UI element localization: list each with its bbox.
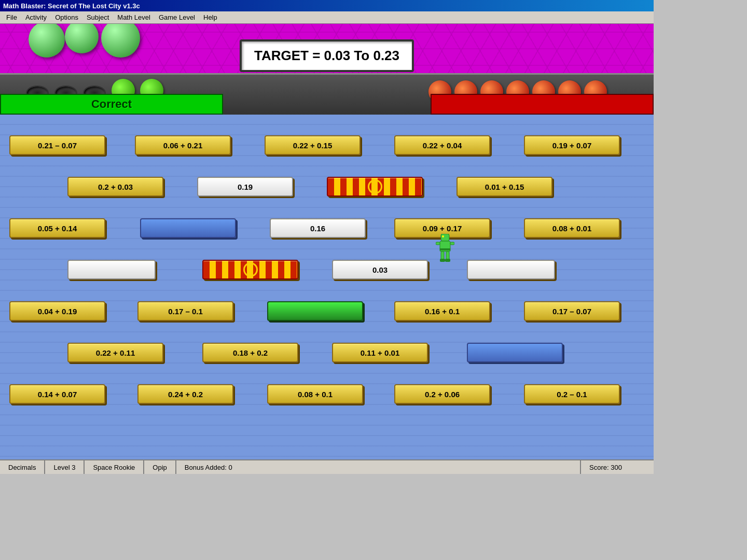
player-character — [436, 234, 454, 265]
menu-bar: File Activity Options Subject Math Level… — [0, 11, 654, 24]
platform-p27[interactable] — [467, 343, 563, 362]
platform-p28[interactable]: 0.14 + 0.07 — [9, 384, 105, 404]
menu-game-level[interactable]: Game Level — [155, 12, 199, 22]
platform-p7[interactable]: 0.19 — [197, 177, 293, 197]
status-bar: Decimals Level 3 Space Rookie Opip Bonus… — [0, 459, 654, 474]
menu-math-level[interactable]: Math Level — [113, 12, 155, 22]
platform-p2[interactable]: 0.06 + 0.21 — [135, 135, 231, 155]
platform-p31[interactable]: 0.2 + 0.06 — [394, 384, 490, 404]
platform-p18[interactable] — [467, 260, 555, 279]
danger-circle-2 — [243, 262, 258, 277]
danger-circle — [368, 179, 382, 194]
platform-p3[interactable]: 0.22 + 0.15 — [265, 135, 361, 155]
target-display: TARGET = 0.03 To 0.23 — [240, 39, 414, 72]
svg-rect-9 — [445, 259, 450, 262]
platform-p21[interactable] — [267, 301, 363, 321]
menu-file[interactable]: File — [2, 12, 21, 22]
status-score: Score: 300 — [581, 460, 654, 474]
platform-p15[interactable] — [67, 260, 156, 279]
svg-rect-7 — [446, 251, 449, 260]
platform-p10[interactable]: 0.05 + 0.14 — [9, 218, 105, 238]
platform-p12[interactable]: 0.16 — [270, 218, 366, 238]
menu-subject[interactable]: Subject — [82, 12, 113, 22]
status-player: Opip — [144, 460, 176, 474]
platform-p5[interactable]: 0.19 + 0.07 — [524, 135, 620, 155]
platform-p19[interactable]: 0.04 + 0.19 — [9, 301, 105, 321]
platform-p14[interactable]: 0.08 + 0.01 — [524, 218, 620, 238]
platform-p26[interactable]: 0.11 + 0.01 — [332, 343, 428, 362]
target-text: TARGET = 0.03 To 0.23 — [254, 48, 399, 63]
platform-p24[interactable]: 0.22 + 0.11 — [67, 343, 163, 362]
correct-bar: Correct — [0, 94, 223, 115]
svg-rect-8 — [440, 259, 445, 262]
platform-p1[interactable]: 0.21 – 0.07 — [9, 135, 105, 155]
platform-p32[interactable]: 0.2 – 0.1 — [524, 384, 620, 404]
menu-options[interactable]: Options — [51, 12, 82, 22]
platform-p6[interactable]: 0.2 + 0.03 — [67, 177, 163, 197]
platform-p4[interactable]: 0.22 + 0.04 — [394, 135, 490, 155]
platform-p17[interactable]: 0.03 — [332, 260, 428, 279]
platform-p11[interactable] — [140, 218, 236, 238]
status-subject: Decimals — [0, 460, 45, 474]
platform-p22[interactable]: 0.16 + 0.1 — [394, 301, 490, 321]
platform-p8[interactable] — [327, 177, 423, 197]
svg-rect-5 — [440, 248, 450, 250]
platform-p23[interactable]: 0.17 – 0.07 — [524, 301, 620, 321]
status-level: Level 3 — [45, 460, 85, 474]
platform-p20[interactable]: 0.17 – 0.1 — [137, 301, 233, 321]
platform-p25[interactable]: 0.18 + 0.2 — [202, 343, 298, 362]
status-game-level: Space Rookie — [85, 460, 144, 474]
status-bonus: Bonus Added: 0 — [176, 460, 581, 474]
top-panel: TARGET = 0.03 To 0.23 Correct — [0, 24, 654, 115]
platform-p16[interactable] — [202, 260, 298, 279]
correct-label: Correct — [91, 97, 132, 111]
title-text: Math Blaster: Secret of The Lost City v1… — [3, 2, 140, 10]
svg-rect-0 — [441, 234, 449, 241]
platform-p29[interactable]: 0.24 + 0.2 — [137, 384, 233, 404]
platform-p9[interactable]: 0.01 + 0.15 — [457, 177, 552, 197]
menu-help[interactable]: Help — [199, 12, 222, 22]
title-bar: Math Blaster: Secret of The Lost City v1… — [0, 0, 654, 11]
red-bar — [431, 94, 654, 115]
svg-rect-10 — [436, 242, 440, 245]
svg-rect-6 — [441, 251, 444, 260]
platform-p30[interactable]: 0.08 + 0.1 — [267, 384, 363, 404]
svg-point-1 — [442, 235, 444, 237]
svg-rect-11 — [450, 242, 454, 245]
menu-activity[interactable]: Activity — [21, 12, 51, 22]
game-area: 0.21 – 0.07 0.06 + 0.21 0.22 + 0.15 0.22… — [0, 115, 654, 459]
